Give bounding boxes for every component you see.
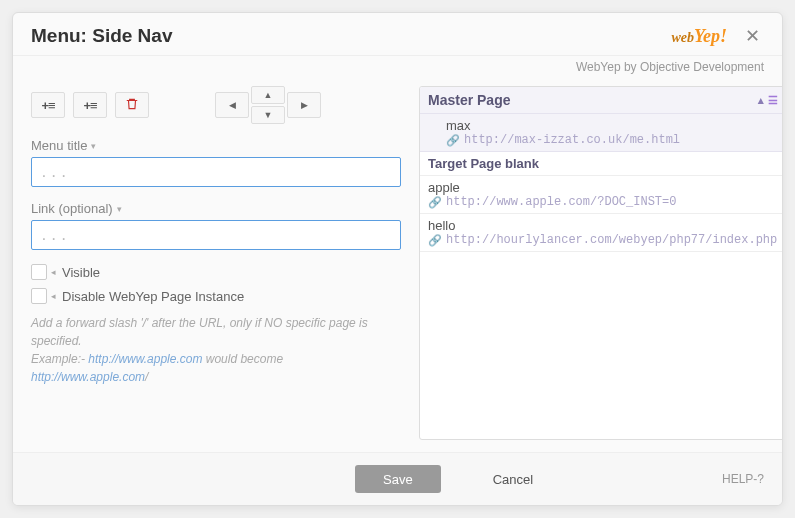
disable-row: ◂ Disable WebYep Page Instance (31, 288, 401, 304)
link-icon: 🔗 (428, 196, 442, 209)
tree-item[interactable]: Target Page blank (420, 152, 783, 176)
help-link[interactable]: HELP-? (722, 472, 764, 486)
chevron-down-icon[interactable]: ▾ (91, 141, 96, 151)
dialog-body: +≡ +≡ ◀ ▲ ▼ ▶ Menu title ▾ (13, 78, 782, 452)
chevron-down-icon[interactable]: ▾ (117, 204, 122, 214)
move-right-button[interactable]: ▶ (287, 92, 321, 118)
caret-icon: ◂ (51, 267, 56, 277)
dialog-title: Menu: Side Nav (31, 25, 172, 47)
save-button[interactable]: Save (355, 465, 441, 493)
add-item-before-button[interactable]: +≡ (31, 92, 65, 118)
disable-label: Disable WebYep Page Instance (62, 289, 244, 304)
move-arrows: ◀ ▲ ▼ ▶ (215, 86, 321, 124)
trash-icon (125, 97, 139, 114)
menu-lines-icon[interactable]: ☰ (768, 94, 777, 107)
tree-item-title: Target Page blank (428, 156, 777, 171)
close-icon[interactable]: ✕ (741, 25, 764, 47)
move-left-button[interactable]: ◀ (215, 92, 249, 118)
dialog-footer: Save Cancel HELP-? (13, 452, 782, 505)
tree-item-title: hello (428, 218, 777, 233)
link-label: Link (optional) ▾ (31, 201, 401, 216)
header-right: webYep! ✕ (671, 25, 764, 47)
subtitle: WebYep by Objective Development (13, 56, 782, 78)
hint-link-2[interactable]: http://www.apple.com (31, 370, 145, 384)
toolbar-add-group: +≡ +≡ (31, 92, 107, 118)
cancel-button[interactable]: Cancel (465, 465, 561, 493)
move-down-button[interactable]: ▼ (251, 106, 285, 124)
hint-link-1[interactable]: http://www.apple.com (88, 352, 202, 366)
tree-header-icons: ▴ ☰ (758, 94, 777, 107)
toolbar: +≡ +≡ ◀ ▲ ▼ ▶ (31, 86, 401, 124)
visible-checkbox[interactable] (31, 264, 47, 280)
delete-button[interactable] (115, 92, 149, 118)
tree-master-header[interactable]: Master Page ▴ ☰ (420, 87, 783, 114)
form-column: +≡ +≡ ◀ ▲ ▼ ▶ Menu title ▾ (31, 86, 401, 440)
tree-master-label: Master Page (428, 92, 510, 108)
tree-item-title: max (446, 118, 777, 133)
tree-item[interactable]: max 🔗http://max-izzat.co.uk/me.html (420, 114, 783, 152)
disable-instance-checkbox[interactable] (31, 288, 47, 304)
tree-item[interactable]: apple 🔗http://www.apple.com/?DOC_INST=0 (420, 176, 783, 214)
visible-label: Visible (62, 265, 100, 280)
tree-item-url: 🔗http://hourlylancer.com/webyep/php77/in… (428, 233, 777, 247)
modal-dialog: Menu: Side Nav webYep! ✕ WebYep by Objec… (12, 12, 783, 506)
move-up-button[interactable]: ▲ (251, 86, 285, 104)
visible-row: ◂ Visible (31, 264, 401, 280)
link-input[interactable] (31, 220, 401, 250)
tree-item[interactable]: hello 🔗http://hourlylancer.com/webyep/ph… (420, 214, 783, 252)
hint-text: Add a forward slash '/' after the URL, o… (31, 314, 401, 386)
caret-icon: ◂ (51, 291, 56, 301)
tree-item-title: apple (428, 180, 777, 195)
menu-title-input[interactable] (31, 157, 401, 187)
collapse-icon[interactable]: ▴ (758, 94, 764, 107)
dialog-header: Menu: Side Nav webYep! ✕ (13, 13, 782, 56)
tree-item-url: 🔗http://www.apple.com/?DOC_INST=0 (428, 195, 777, 209)
link-icon: 🔗 (428, 234, 442, 247)
tree-column: Master Page ▴ ☰ max 🔗http://max-izzat.co… (419, 86, 783, 440)
link-icon: 🔗 (446, 134, 460, 147)
add-item-after-button[interactable]: +≡ (73, 92, 107, 118)
webyep-logo: webYep! (671, 26, 727, 47)
menu-tree: Master Page ▴ ☰ max 🔗http://max-izzat.co… (419, 86, 783, 440)
menu-title-label: Menu title ▾ (31, 138, 401, 153)
tree-item-url: 🔗http://max-izzat.co.uk/me.html (446, 133, 777, 147)
